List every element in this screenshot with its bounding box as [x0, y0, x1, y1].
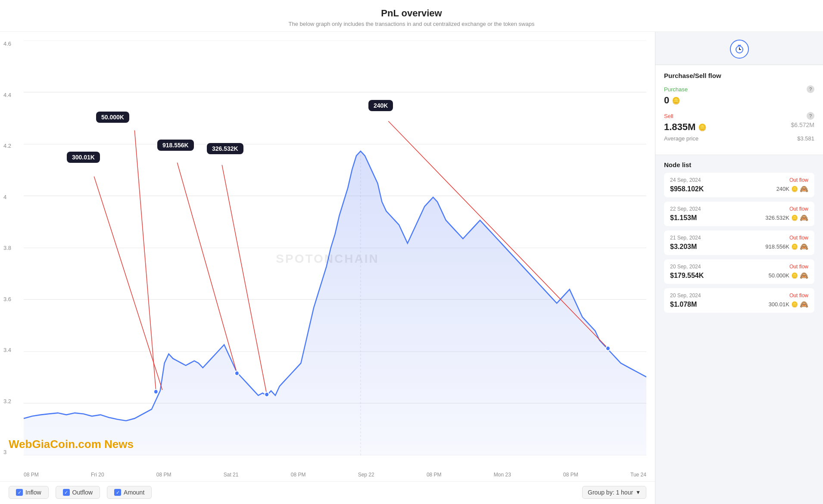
node-item: 24 Sep, 2024 Out flow $958.102K 240K 🪙 🙈 — [664, 173, 814, 197]
avg-price-label: Average price — [664, 135, 698, 142]
inflow-legend[interactable]: ✓ Inflow — [9, 486, 49, 499]
node-list-section: Node list 24 Sep, 2024 Out flow $958.102… — [655, 155, 823, 323]
token-icon: 🪙 — [791, 215, 798, 221]
token-icon: 🪙 — [791, 186, 798, 192]
sell-usd-value: $6.572M — [791, 121, 814, 128]
chevron-down-icon: ▼ — [636, 489, 641, 495]
node-date: 20 Sep, 2024 — [670, 264, 701, 270]
eye-icon[interactable]: 🙈 — [800, 185, 808, 193]
token-amount: 326.532K — [765, 215, 789, 221]
avg-price-row: Average price $3.581 — [664, 135, 814, 142]
purchase-sell-section: Purchase/Sell flow Purchase ? 0 🪙 Sel — [655, 65, 823, 155]
token-amount: 300.01K — [769, 301, 789, 308]
node-date: 22 Sep, 2024 — [670, 206, 701, 212]
node-tokens: 918.556K 🪙 🙈 — [765, 243, 808, 251]
node-list-container: 24 Sep, 2024 Out flow $958.102K 240K 🪙 🙈… — [664, 173, 814, 313]
node-item: 20 Sep, 2024 Out flow $179.554K 50.000K … — [664, 259, 814, 284]
node-tokens: 50.000K 🪙 🙈 — [769, 271, 808, 280]
token-amount: 918.556K — [765, 243, 789, 250]
sell-help-icon[interactable]: ? — [807, 112, 814, 120]
purchase-label: Purchase ? — [664, 85, 814, 93]
outflow-checkbox[interactable]: ✓ — [63, 489, 70, 496]
amount-checkbox[interactable]: ✓ — [114, 489, 121, 496]
svg-line-11 — [94, 177, 162, 390]
page-subtitle: The below graph only includes the transa… — [0, 21, 823, 27]
eye-icon[interactable]: 🙈 — [800, 300, 808, 308]
chart-section: 4.6 4.4 4.2 4 3.8 3.6 3.4 3.2 3 SPOTONCH… — [0, 32, 655, 504]
group-by-label: Group by: 1 hour — [588, 489, 633, 496]
eye-icon[interactable]: 🙈 — [800, 214, 808, 222]
outflow-legend[interactable]: ✓ Outflow — [56, 486, 100, 499]
node-flow-label: Out flow — [789, 264, 808, 270]
outflow-label: Outflow — [72, 489, 93, 496]
node-item: 20 Sep, 2024 Out flow $1.078M 300.01K 🪙 … — [664, 288, 814, 313]
token-icon: 🪙 — [672, 96, 680, 105]
purchase-value: 0 🪙 — [664, 95, 814, 106]
sell-row: Sell ? 1.835M 🪙 $6.572M Average price $3… — [664, 112, 814, 142]
token-icon: 🪙 — [791, 301, 798, 308]
sell-value: 1.835M 🪙 — [664, 121, 707, 133]
group-by-selector[interactable]: Group by: 1 hour ▼ — [582, 486, 646, 499]
node-usd-value: $1.153M — [670, 214, 697, 222]
brand-watermark: WebGiaCoin.com News — [9, 438, 134, 451]
chart-svg — [24, 40, 646, 455]
purchase-help-icon[interactable]: ? — [807, 85, 814, 93]
node-date: 20 Sep, 2024 — [670, 292, 701, 299]
node-usd-value: $1.078M — [670, 301, 697, 308]
sidebar: Purchase/Sell flow Purchase ? 0 🪙 Sel — [655, 32, 823, 504]
node-tokens: 326.532K 🪙 🙈 — [765, 214, 808, 222]
inflow-checkbox[interactable]: ✓ — [16, 489, 23, 496]
section-title: Purchase/Sell flow — [664, 72, 814, 79]
token-amount: 240K — [776, 186, 789, 192]
page-header: PnL overview The below graph only includ… — [0, 0, 823, 32]
token-icon: 🪙 — [791, 243, 798, 250]
node-item: 22 Sep, 2024 Out flow $1.153M 326.532K 🪙… — [664, 202, 814, 226]
amount-legend[interactable]: ✓ Amount — [107, 486, 152, 499]
node-list-title: Node list — [664, 161, 814, 168]
svg-point-13 — [235, 371, 239, 376]
chart-footer: ✓ Inflow ✓ Outflow ✓ Amount Group by: 1 … — [0, 481, 655, 504]
node-usd-value: $3.203M — [670, 243, 697, 251]
eye-icon[interactable]: 🙈 — [800, 271, 808, 280]
node-date: 21 Sep, 2024 — [670, 235, 701, 241]
sell-label: Sell ? — [664, 112, 814, 120]
amount-label: Amount — [124, 489, 144, 496]
purchase-row: Purchase ? 0 🪙 — [664, 85, 814, 106]
svg-point-10 — [154, 389, 158, 394]
node-tokens: 300.01K 🪙 🙈 — [769, 300, 808, 308]
page-title: PnL overview — [0, 8, 823, 19]
svg-point-15 — [265, 392, 269, 397]
node-tokens: 240K 🪙 🙈 — [776, 185, 808, 193]
chart-area: 4.6 4.4 4.2 4 3.8 3.6 3.4 3.2 3 SPOTONCH… — [0, 36, 655, 481]
y-axis: 4.6 4.4 4.2 4 3.8 3.6 3.4 3.2 3 — [3, 40, 11, 455]
node-usd-value: $958.102K — [670, 185, 704, 193]
node-flow-label: Out flow — [789, 206, 808, 212]
node-flow-label: Out flow — [789, 177, 808, 183]
node-flow-label: Out flow — [789, 292, 808, 299]
node-date: 24 Sep, 2024 — [670, 177, 701, 183]
token-amount: 50.000K — [769, 272, 789, 279]
inflow-label: Inflow — [25, 489, 41, 496]
timer-icon — [730, 40, 749, 59]
x-axis: 08 PM Fri 20 08 PM Sat 21 08 PM Sep 22 0… — [24, 472, 646, 478]
sidebar-timer-section — [655, 32, 823, 65]
token-icon: 🪙 — [791, 272, 798, 279]
token-icon-sell: 🪙 — [698, 123, 707, 131]
svg-point-17 — [606, 346, 610, 351]
node-usd-value: $179.554K — [670, 272, 704, 280]
avg-price-value: $3.581 — [797, 135, 814, 142]
node-item: 21 Sep, 2024 Out flow $3.203M 918.556K 🪙… — [664, 230, 814, 255]
eye-icon[interactable]: 🙈 — [800, 243, 808, 251]
node-flow-label: Out flow — [789, 235, 808, 241]
